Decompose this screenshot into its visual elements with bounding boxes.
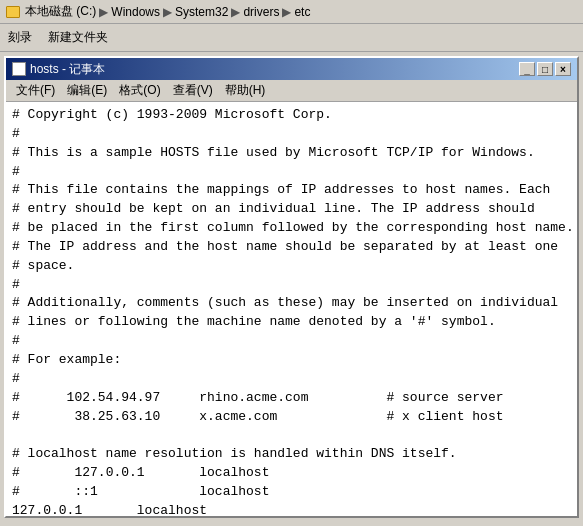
notepad-window: hosts - 记事本 _ □ × 文件(F) 编辑(E) 格式(O) 查看(V… (4, 56, 579, 518)
sep-1: ▶ (99, 5, 108, 19)
address-part-2: Windows (111, 5, 160, 19)
toolbar: 刻录 新建文件夹 (0, 24, 583, 52)
address-part-3: System32 (175, 5, 228, 19)
burn-button[interactable]: 刻录 (8, 29, 32, 46)
notepad-title: hosts - 记事本 (30, 61, 105, 78)
minimize-button[interactable]: _ (519, 62, 535, 76)
address-part-1: 本地磁盘 (C:) (25, 3, 96, 20)
new-folder-button[interactable]: 新建文件夹 (48, 29, 108, 46)
menu-bar: 文件(F) 编辑(E) 格式(O) 查看(V) 帮助(H) (6, 80, 577, 102)
titlebar-buttons: _ □ × (519, 62, 571, 76)
address-bar: 本地磁盘 (C:) ▶ Windows ▶ System32 ▶ drivers… (0, 0, 583, 24)
address-part-5: etc (294, 5, 310, 19)
menu-format[interactable]: 格式(O) (113, 81, 166, 100)
sep-3: ▶ (231, 5, 240, 19)
menu-help[interactable]: 帮助(H) (219, 81, 272, 100)
notepad-app-icon (12, 62, 26, 76)
menu-file[interactable]: 文件(F) (10, 81, 61, 100)
burn-label: 刻录 (8, 29, 32, 46)
close-button[interactable]: × (555, 62, 571, 76)
sep-2: ▶ (163, 5, 172, 19)
maximize-button[interactable]: □ (537, 62, 553, 76)
new-folder-label: 新建文件夹 (48, 29, 108, 46)
address-part-4: drivers (243, 5, 279, 19)
sep-4: ▶ (282, 5, 291, 19)
menu-view[interactable]: 查看(V) (167, 81, 219, 100)
folder-icon (6, 6, 20, 18)
menu-edit[interactable]: 编辑(E) (61, 81, 113, 100)
notepad-titlebar: hosts - 记事本 _ □ × (6, 58, 577, 80)
text-content-area[interactable]: # Copyright (c) 1993-2009 Microsoft Corp… (6, 102, 577, 516)
titlebar-left: hosts - 记事本 (12, 61, 105, 78)
